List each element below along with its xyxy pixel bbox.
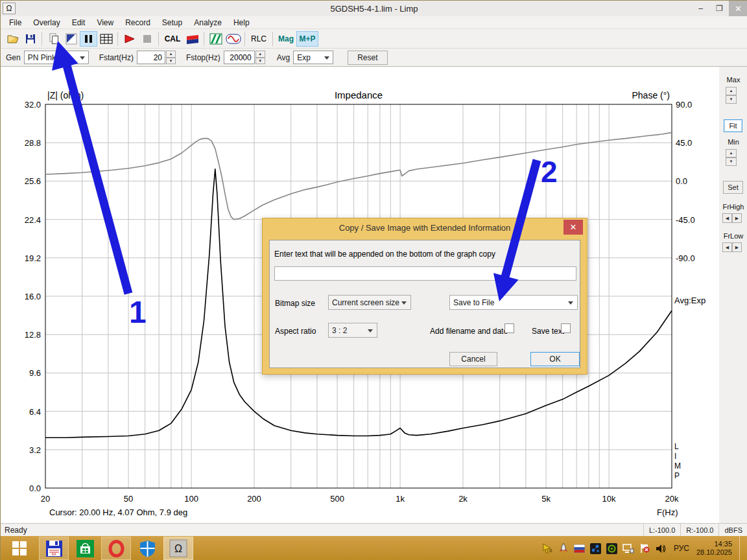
clock[interactable]: 14:35 28.10.2025 [696, 540, 732, 557]
add-filename-label: Add filename and date [430, 327, 508, 336]
action-center-flag-icon[interactable] [639, 542, 650, 554]
rocket-icon[interactable] [558, 542, 569, 554]
frlow-stepper[interactable]: ◀▶ [722, 242, 742, 252]
network-icon[interactable] [622, 542, 634, 554]
pen-overlay-button[interactable] [62, 31, 80, 47]
down-arrow-icon[interactable]: ▼ [726, 95, 737, 104]
ru-flag-icon[interactable] [574, 542, 586, 554]
generator-flag-button[interactable] [184, 31, 201, 47]
frhigh-stepper[interactable]: ◀▶ [722, 213, 742, 223]
max-label: Max [719, 76, 747, 84]
up-arrow-icon[interactable]: ▲ [726, 87, 737, 95]
cursor-readout: Cursor: 20.00 Hz, 4.07 Ohm, 7.9 deg [49, 508, 187, 517]
level-unit: dBFS [718, 524, 747, 536]
taskbar-opera[interactable] [101, 537, 131, 560]
pointer-8-icon[interactable]: 8 [541, 542, 553, 554]
down-arrow-icon[interactable]: ▼ [166, 58, 176, 65]
start-button[interactable] [1, 536, 38, 560]
svg-text:8: 8 [549, 548, 552, 554]
spectrum-button[interactable] [207, 31, 224, 47]
dialog-title: Copy / Save Image with Extended Informat… [263, 218, 587, 237]
cancel-button[interactable]: Cancel [449, 352, 497, 366]
min-stepper[interactable]: ▲▼ [726, 149, 737, 166]
menu-item-overlay[interactable]: Overlay [27, 17, 65, 29]
menu-item-edit[interactable]: Edit [66, 17, 91, 29]
reset-button[interactable]: Reset [348, 51, 387, 65]
nvidia-icon[interactable] [606, 542, 618, 554]
annotation-text-input[interactable] [274, 266, 576, 281]
save-text-checkbox[interactable] [561, 323, 571, 333]
signal-generator-button[interactable] [224, 31, 242, 47]
speaker-icon[interactable] [655, 542, 667, 554]
ok-button[interactable]: OK [530, 352, 580, 366]
right-arrow-icon[interactable]: ▶ [732, 242, 742, 252]
close-button[interactable]: ✕ [729, 1, 747, 16]
magnitude-button[interactable]: Mag [276, 31, 296, 47]
fstart-input[interactable] [137, 51, 165, 64]
max-stepper[interactable]: ▲▼ [726, 87, 737, 104]
calibrate-button[interactable]: CAL [161, 31, 184, 47]
restore-button[interactable]: ❐ [710, 1, 729, 16]
menu-item-analyze[interactable]: Analyze [188, 17, 228, 29]
add-filename-checkbox[interactable] [504, 323, 514, 333]
menu-item-record[interactable]: Record [119, 17, 156, 29]
up-arrow-icon[interactable]: ▲ [726, 149, 737, 158]
fstop-input[interactable] [224, 51, 255, 64]
taskbar-floppy-backup[interactable]: 64 [39, 537, 69, 560]
stop-button[interactable] [138, 31, 156, 47]
gen-flag-icon [185, 33, 200, 45]
generator-type-select[interactable]: PN Pink [24, 51, 89, 64]
taskbar-limp[interactable]: Ω [163, 537, 193, 560]
left-arrow-icon[interactable]: ◀ [722, 213, 732, 223]
aspect-ratio-select[interactable]: 3 : 2 [328, 323, 377, 338]
copy-image-button[interactable] [45, 31, 62, 47]
record-icon [124, 34, 136, 44]
phase-curve [45, 132, 672, 219]
x-tick: 200 [247, 494, 261, 504]
set-button[interactable]: Set [723, 181, 743, 194]
generator-type-value: PN Pink [28, 53, 56, 62]
x-tick: 50 [124, 494, 133, 504]
menu-item-view[interactable]: View [91, 17, 119, 29]
left-arrow-icon[interactable]: ◀ [722, 242, 732, 252]
averaging-select[interactable]: Exp [293, 51, 333, 64]
dialog-close-button[interactable]: ✕ [563, 220, 583, 235]
show-desktop-button[interactable] [739, 536, 742, 560]
menu-item-setup[interactable]: Setup [156, 17, 188, 29]
pen-icon [65, 33, 77, 45]
menu-item-help[interactable]: Help [228, 17, 255, 29]
fstop-stepper[interactable]: ▲▼ [255, 51, 265, 64]
record-button[interactable] [121, 31, 138, 47]
language-indicator[interactable]: РУС [674, 544, 689, 553]
avg-label: Avg [277, 53, 290, 62]
x-tick: 20k [665, 494, 679, 504]
y-left-tick: 12.8 [25, 330, 41, 340]
up-arrow-icon[interactable]: ▲ [255, 51, 265, 58]
taskbar-defender[interactable] [132, 537, 162, 560]
right-arrow-icon[interactable]: ▶ [732, 213, 742, 223]
up-arrow-icon[interactable]: ▲ [166, 51, 176, 58]
pause-button[interactable] [80, 31, 97, 47]
minimize-button[interactable]: – [691, 1, 710, 16]
watermark-letter: M [674, 461, 681, 471]
fit-button[interactable]: Fit [724, 119, 742, 132]
system-tray: 8 РУС 14:35 28.10.2025 [541, 536, 747, 560]
mag-phase-button[interactable]: M+P [296, 31, 318, 47]
save-mode-select[interactable]: Save to File [449, 295, 578, 310]
generator-icon [226, 34, 241, 44]
table-button[interactable] [97, 31, 115, 47]
save-button[interactable] [21, 31, 39, 47]
open-button[interactable] [4, 31, 21, 47]
rlc-button[interactable]: RLC [248, 31, 270, 47]
fstart-stepper[interactable]: ▲▼ [166, 51, 176, 64]
down-arrow-icon[interactable]: ▼ [255, 58, 265, 65]
taskbar-store[interactable] [70, 537, 100, 560]
save-text-label: Save text [532, 327, 564, 336]
y-right-tick: -45.0 [676, 215, 695, 225]
molecule-icon[interactable] [590, 542, 602, 554]
menu-item-file[interactable]: File [3, 17, 27, 29]
x-tick: 100 [184, 494, 198, 504]
bitmap-size-select[interactable]: Current screen size [328, 295, 411, 310]
pause-icon [84, 34, 93, 43]
down-arrow-icon[interactable]: ▼ [726, 158, 737, 166]
